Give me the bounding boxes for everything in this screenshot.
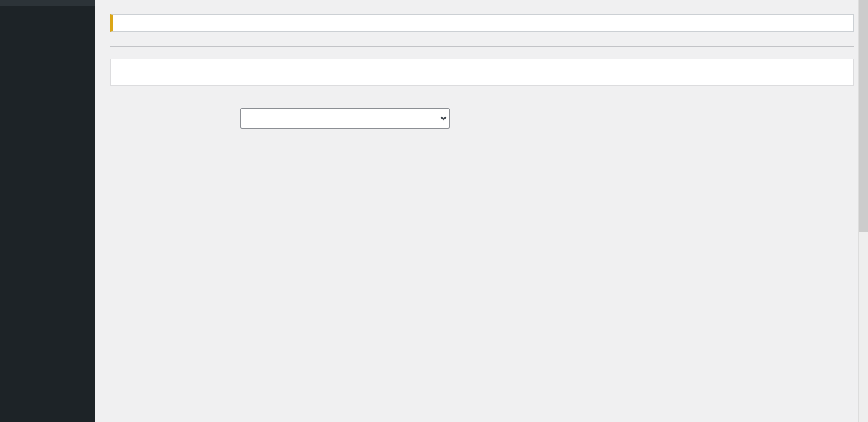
col-method bbox=[111, 59, 363, 85]
admin-sidebar bbox=[0, 0, 95, 422]
update-notice bbox=[110, 14, 854, 32]
sidebar-submenu bbox=[0, 0, 95, 6]
default-method-select[interactable] bbox=[240, 108, 450, 129]
main-content bbox=[95, 0, 868, 422]
payment-methods-table bbox=[110, 59, 854, 86]
col-sandbox bbox=[586, 59, 764, 85]
col-enabled bbox=[363, 59, 586, 85]
settings-tabs bbox=[110, 46, 854, 47]
scrollbar-thumb[interactable] bbox=[859, 0, 868, 232]
default-method-label bbox=[110, 108, 240, 112]
default-method-row bbox=[110, 108, 854, 133]
scrollbar[interactable] bbox=[858, 0, 868, 422]
col-actions bbox=[764, 59, 853, 85]
